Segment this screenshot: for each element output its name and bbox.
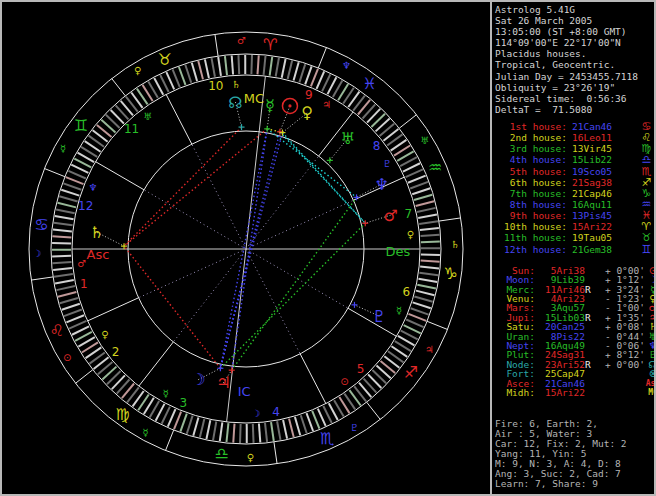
house-cusp-spoke: [139, 249, 246, 298]
degree-tick: [53, 230, 72, 232]
house-number: 6: [402, 285, 410, 299]
angle-label-mc: MC: [244, 91, 264, 106]
app-title: Astrolog 5.41G: [495, 4, 654, 15]
degree-tick: [421, 260, 440, 261]
house-number: 5: [357, 362, 365, 376]
degree-tick: [52, 256, 71, 257]
sign-ruler-icon: ♂: [237, 35, 246, 46]
degree-tick: [63, 183, 81, 189]
degree-tick: [294, 62, 299, 80]
house-number: 7: [404, 207, 412, 221]
degree-tick: [403, 163, 420, 171]
aspect-line: [124, 127, 241, 246]
degree-tick: [416, 201, 434, 206]
house-cusp-line: [300, 354, 326, 404]
delta-t: DeltaT = 71.5080: [495, 104, 654, 115]
degree-tick: [299, 64, 305, 82]
planet-position-list: Sun: 5Ari38+ 0°00'⊙Moon: 9Lib39+ 1°12'☽M…: [495, 266, 654, 397]
house-number: 10: [208, 79, 223, 93]
degree-tick: [64, 310, 82, 317]
house-number: 3: [179, 396, 187, 410]
julian-day: Julian Day = 2453455.7118: [495, 71, 654, 82]
degree-tick: [277, 421, 280, 440]
sign-glyph-aries: ♈: [263, 35, 277, 54]
degree-tick: [72, 326, 89, 334]
degree-tick: [56, 209, 75, 213]
sign-glyph-virgo: ♍: [116, 405, 130, 424]
degree-tick: [166, 72, 174, 89]
house-row: 8th house:16Aqu11♒: [495, 199, 654, 210]
degree-tick: [227, 423, 229, 442]
planet-glyph-sun-dot: [288, 104, 291, 107]
degree-tick: [52, 243, 71, 244]
degree-tick: [305, 66, 311, 84]
degree-tick: [53, 262, 72, 263]
degree-tick: [412, 188, 430, 194]
house-row: 6th house:21Sag38♐: [495, 177, 654, 188]
sign-divider: [166, 430, 174, 450]
degree-tick: [173, 69, 180, 87]
degree-tick: [200, 419, 205, 437]
panel-separator: [490, 2, 492, 494]
sign-glyph-cancer: ♋: [34, 215, 48, 234]
degree-tick: [66, 177, 84, 184]
degree-tick: [270, 57, 273, 76]
angle-label-ic: IC: [238, 384, 251, 399]
degree-tick: [53, 268, 72, 270]
house-cusp-line: [88, 298, 139, 321]
sign-divider: [318, 47, 326, 67]
degree-tick: [180, 414, 186, 432]
degree-tick: [54, 274, 73, 277]
planet-glyph-venus: ♀: [301, 103, 313, 122]
sign-glyph-leo: ♌: [50, 321, 64, 340]
house-number: 8: [373, 139, 381, 153]
house-row: 4th house:15Lib22♎: [495, 154, 654, 165]
house-row: 5th house:19Sco05♏: [495, 166, 654, 177]
house-cusp-line: [96, 162, 144, 190]
planet-glyph-mercury: ☿: [265, 96, 275, 115]
degree-tick: [418, 279, 437, 282]
house-ruler-icon: ☿: [162, 388, 168, 399]
degree-tick: [283, 420, 287, 439]
degree-tick: [323, 406, 331, 423]
degree-tick: [417, 208, 436, 212]
house-cusp-value: 19Tau05: [572, 232, 612, 243]
stat-learn-share: Learn: 7, Share: 9: [495, 479, 654, 489]
degree-tick: [232, 56, 233, 75]
degree-tick: [59, 196, 77, 201]
degree-tick: [276, 58, 279, 77]
degree-tick: [238, 55, 239, 74]
chart-time: 13:05:00 (ST +8:00 GMT): [495, 26, 654, 37]
degree-tick: [160, 75, 168, 92]
sign-divider: [439, 218, 461, 221]
sign-divider: [76, 370, 93, 384]
house-number: 9: [305, 88, 313, 102]
degree-tick: [205, 59, 209, 78]
degree-tick: [213, 421, 216, 440]
sign-ruler-icon: ☽: [33, 248, 42, 259]
house-cusp-value: 21Cap46: [572, 188, 612, 199]
degree-tick: [271, 422, 274, 441]
degree-tick: [318, 409, 326, 426]
house-number: 2: [112, 345, 120, 359]
degree-tick: [179, 67, 186, 85]
degree-tick: [289, 419, 294, 437]
house-label: 4th house:: [495, 154, 567, 165]
degree-tick: [408, 176, 426, 183]
degree-tick: [218, 57, 221, 76]
degree-tick: [265, 423, 267, 442]
sign-ruler-icon: ♇: [350, 422, 359, 433]
aspect-line: [232, 129, 267, 370]
degree-tick: [206, 420, 210, 439]
natal-chart-wheel: ♈♂♉♀♊☿♋☽♌⊙♍☿♎♀♏♇♐♃♑♄♒♅♓♆1♂2♀3☿4☽5⊙6☿7♀8♇…: [2, 2, 490, 494]
sign-glyph-scorpio: ♏: [320, 429, 334, 448]
house-cusp-value: 16Aqu11: [572, 199, 612, 210]
degree-tick: [312, 411, 319, 429]
astrolog-window: ♈♂♉♀♊☿♋☽♌⊙♍☿♎♀♏♇♐♃♑♄♒♅♓♆1♂2♀3☿4☽5⊙6☿7♀8♇…: [0, 0, 656, 496]
degree-tick: [220, 422, 223, 441]
degree-tick: [413, 302, 431, 308]
degree-tick: [288, 61, 293, 79]
chart-header-block: Astrolog 5.41G Sat 26 March 2005 13:05:0…: [495, 2, 654, 115]
house-cusp-value: 21Can46: [572, 121, 612, 132]
house-number: 4: [272, 405, 280, 419]
